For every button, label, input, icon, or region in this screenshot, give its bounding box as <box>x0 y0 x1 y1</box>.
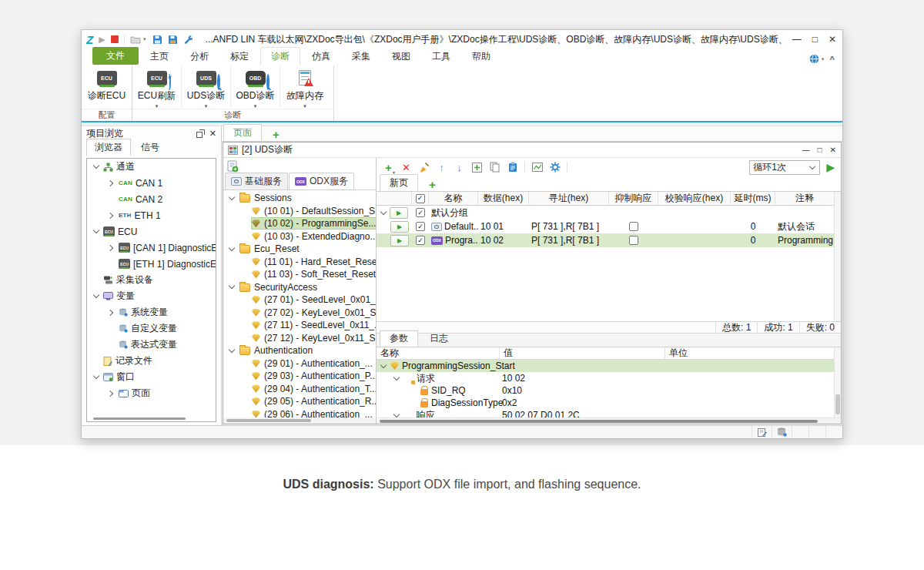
chevron-down-icon[interactable] <box>379 209 387 217</box>
chevron-right-icon[interactable] <box>107 389 116 397</box>
tab-help[interactable]: 帮助 <box>462 48 500 65</box>
tree-folder-security-access[interactable]: SecurityAccess <box>223 281 376 294</box>
table-row[interactable]: ▶ ✓ Default... 10 01 P[ 731 ],R[ 7B1 ] 0… <box>377 220 834 233</box>
chevron-down-icon[interactable] <box>379 362 387 370</box>
param-row-session[interactable]: ProgrammingSession_Start <box>377 360 834 372</box>
minimize-button[interactable]: — <box>792 35 802 44</box>
add-page-button[interactable]: + <box>263 129 289 141</box>
tree-item-eth1[interactable]: ETH ETH 1 <box>87 207 216 223</box>
tree-item-service[interactable]: (10 03) - ExtendedDiagno... <box>223 230 376 243</box>
group-checkbox[interactable]: ✓ <box>416 208 425 217</box>
panel-maximize-button[interactable]: □ <box>818 146 822 154</box>
clear-button[interactable] <box>417 160 431 174</box>
chevron-down-icon[interactable] <box>92 227 100 236</box>
settings-gear-icon[interactable] <box>547 160 562 174</box>
chevron-down-icon[interactable] <box>227 194 236 203</box>
add-step-button[interactable]: +▼ <box>381 160 396 174</box>
tab-simulation[interactable]: 仿真 <box>302 48 340 65</box>
uds-diagnosis-button[interactable]: UDS UDS诊断 ▼ <box>182 65 231 109</box>
tab-signals[interactable]: 信号 <box>132 139 168 156</box>
param-row-request[interactable]: 请求 10 02 <box>377 372 834 384</box>
tree-item-service-selected[interactable]: (10 02) - ProgrammingSe... <box>223 217 376 230</box>
tree-item-system-variables[interactable]: 系统变量 <box>87 304 216 320</box>
tree-item-channels[interactable]: 通道 <box>87 159 216 175</box>
tab-home[interactable]: 主页 <box>140 48 179 65</box>
tree-item-pages[interactable]: 页面 <box>87 385 216 401</box>
table-row-selected[interactable]: ▶ ✓ Progra... 10 02 P[ 731 ],R[ 7B1 ] 0 … <box>377 233 834 247</box>
open-file-icon[interactable]: ▼ <box>130 35 147 44</box>
database-settings-icon[interactable] <box>772 426 792 438</box>
horizontal-scrollbar[interactable] <box>93 417 186 420</box>
chevron-right-icon[interactable] <box>107 308 116 317</box>
save-all-icon[interactable] <box>168 35 178 45</box>
settings-wrench-icon[interactable] <box>183 35 192 44</box>
tree-item-service[interactable]: (11 03) - Soft_Reset_Reset <box>223 268 376 281</box>
tree-item-service[interactable]: (27 11) - SeedLevel_0x11_... <box>223 319 376 332</box>
dropdown-caret-icon[interactable]: ▼ <box>303 104 307 109</box>
tab-tools[interactable]: 工具 <box>422 48 460 65</box>
tree-item-can1[interactable]: CAN CAN 1 <box>87 175 216 191</box>
diagnose-ecu-button[interactable]: ECU 诊断ECU <box>82 65 132 109</box>
paste-button[interactable] <box>505 160 520 174</box>
tab-diagnosis[interactable]: 诊断 <box>260 47 300 65</box>
chevron-down-icon[interactable] <box>227 283 236 291</box>
dropdown-caret-icon[interactable]: ▼ <box>204 104 209 109</box>
dropdown-caret-icon[interactable]: ▼ <box>155 104 159 109</box>
suppress-response-checkbox[interactable] <box>629 236 638 245</box>
vertical-scrollbar[interactable] <box>834 192 841 321</box>
tab-view[interactable]: 视图 <box>382 48 420 65</box>
move-up-button[interactable]: ↑ <box>434 160 449 174</box>
chevron-right-icon[interactable] <box>107 179 116 187</box>
copy-button[interactable] <box>487 160 502 174</box>
ecu-flash-button[interactable]: ECU ECU刷新 ▼ <box>132 65 182 109</box>
tab-new-page[interactable]: 新页 <box>380 174 418 191</box>
param-row-sid[interactable]: SID_RQ 0x10 <box>377 384 834 397</box>
obd-diagnosis-button[interactable]: OBD OBD诊断 ▼ <box>231 65 280 109</box>
file-menu-button[interactable]: 文件 <box>92 47 139 65</box>
tab-calibration[interactable]: 标定 <box>220 48 259 65</box>
tree-item-record-files[interactable]: 记录文件 <box>87 353 216 369</box>
tree-folder-authentication[interactable]: Authentication <box>223 344 376 357</box>
chevron-down-icon[interactable] <box>227 347 236 355</box>
tree-item-ecu[interactable]: ECU ECU <box>87 223 216 240</box>
tree-item-service[interactable]: (29 03) - Authentication_P... <box>223 370 376 383</box>
open-file-caret-icon[interactable]: ▼ <box>142 37 147 42</box>
chevron-down-icon[interactable] <box>92 373 100 381</box>
table-group-row[interactable]: ▶ ✓ 默认分组 <box>377 206 834 220</box>
move-down-button[interactable]: ↓ <box>452 160 467 174</box>
chevron-down-icon[interactable] <box>392 374 400 383</box>
tree-folder-sessions[interactable]: Sessions <box>223 192 376 205</box>
horizontal-scrollbar[interactable] <box>223 417 376 424</box>
param-row-session-type[interactable]: DiagSessionType 0x2 <box>377 397 834 409</box>
tree-item-service[interactable]: (29 06) - Authentication_... <box>223 408 376 418</box>
tree-item-custom-variables[interactable]: 自定义变量 <box>87 320 216 337</box>
insert-group-button[interactable] <box>470 160 484 174</box>
tree-item-diagnosticecu2[interactable]: ECU [ETH 1] DiagnosticECU2 <box>87 256 216 272</box>
loop-count-select[interactable]: 循环1次 <box>749 160 820 175</box>
tree-item-window[interactable]: 窗口 <box>87 369 216 385</box>
tab-odx-services[interactable]: ODX服务 <box>289 173 354 189</box>
tab-basic-services[interactable]: 基础服务 <box>225 173 288 189</box>
row-checkbox[interactable]: ✓ <box>416 222 425 231</box>
chevron-right-icon[interactable] <box>107 211 116 220</box>
tree-item-service[interactable]: (27 01) - SeedLevel_0x01_... <box>223 293 376 307</box>
tree-folder-ecu-reset[interactable]: Ecu_Reset <box>223 243 376 256</box>
edit-note-icon[interactable] <box>752 426 772 438</box>
tree-item-service[interactable]: (10 01) - DefaultSession_S... <box>223 205 376 218</box>
stop-measure-icon[interactable] <box>111 35 119 43</box>
tree-item-service[interactable]: (27 02) - KeyLevel_0x01_S... <box>223 307 376 320</box>
run-group-button[interactable]: ▶ <box>390 207 408 219</box>
tree-item-expression-variables[interactable]: 表达式变量 <box>87 337 216 353</box>
tab-log[interactable]: 日志 <box>420 330 458 347</box>
fault-memory-button[interactable]: 故障内存 ▼ <box>280 65 330 109</box>
tab-acquisition[interactable]: 采集 <box>342 48 380 65</box>
suppress-response-checkbox[interactable] <box>629 222 638 231</box>
chart-view-button[interactable] <box>530 160 544 174</box>
run-sequence-button[interactable]: ▶ <box>826 161 835 173</box>
run-step-button[interactable]: ▶ <box>390 235 409 246</box>
tree-item-service[interactable]: (29 04) - Authentication_T... <box>223 383 376 396</box>
panel-close-button[interactable]: ✕ <box>830 146 836 154</box>
chevron-down-icon[interactable] <box>92 292 100 300</box>
select-all-checkbox[interactable]: ✓ <box>416 194 425 203</box>
float-dock-icon[interactable] <box>196 129 205 138</box>
